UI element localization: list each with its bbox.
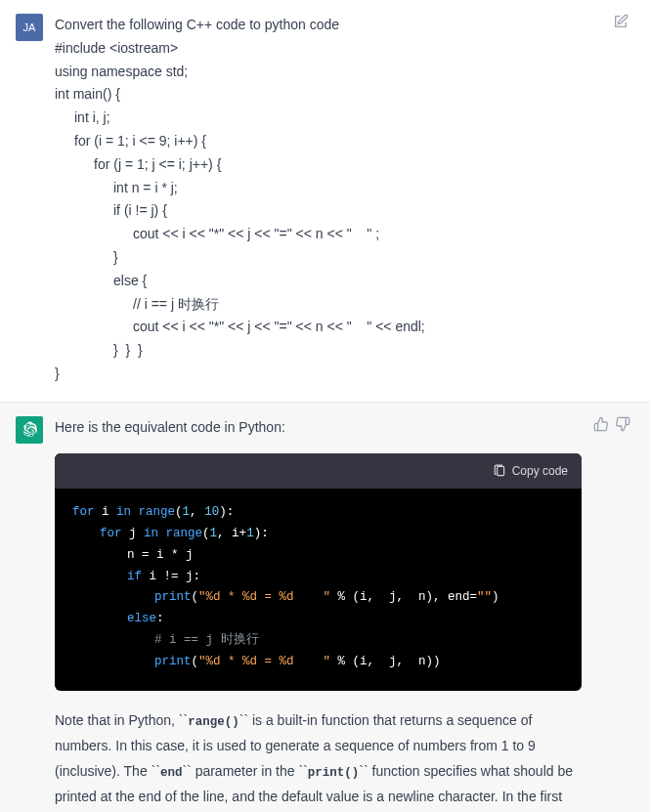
code-content: for i in range(1, 10):for j in range(1, … xyxy=(55,489,582,691)
copy-code-button[interactable]: Copy code xyxy=(493,461,568,481)
code-line: #include <iostream> xyxy=(55,37,630,61)
user-content: Convert the following C++ code to python… xyxy=(55,14,630,386)
code-line: for (j = 1; j <= i; j++) { xyxy=(55,153,630,177)
code-line: } } } xyxy=(55,339,630,363)
user-avatar: JA xyxy=(16,14,43,41)
code-line: } xyxy=(55,363,630,386)
code-block: Copy code for i in range(1, 10):for j in… xyxy=(55,453,582,691)
thumbs-up-icon[interactable] xyxy=(593,416,609,812)
assistant-message: Here is the equivalent code in Python: C… xyxy=(0,403,650,812)
code-line: // i == j 时换行 xyxy=(55,293,630,317)
feedback-actions xyxy=(593,416,630,812)
edit-icon[interactable] xyxy=(613,14,628,37)
code-line: using namespace std; xyxy=(55,61,630,84)
code-line: int i, j; xyxy=(55,107,630,130)
assistant-intro: Here is the equivalent code in Python: xyxy=(55,416,582,440)
code-line: else { xyxy=(55,270,630,293)
code-line: Convert the following C++ code to python… xyxy=(55,14,630,37)
code-line: int main() { xyxy=(55,83,630,107)
copy-code-label: Copy code xyxy=(512,461,568,481)
code-line: cout << i << "*" << j << "=" << n << " "… xyxy=(55,316,630,339)
thumbs-down-icon[interactable] xyxy=(615,416,630,812)
assistant-content: Here is the equivalent code in Python: C… xyxy=(55,416,582,812)
code-line: int n = i * j; xyxy=(55,177,630,200)
code-line: } xyxy=(55,246,630,270)
code-line: cout << i << "*" << j << "=" << n << " "… xyxy=(55,223,630,246)
assistant-note: Note that in Python, ``range()`` is a bu… xyxy=(55,708,582,812)
code-line: for (i = 1; i <= 9; i++) { xyxy=(55,130,630,153)
svg-rect-0 xyxy=(497,466,503,475)
clipboard-icon xyxy=(493,464,506,478)
code-toolbar: Copy code xyxy=(55,453,582,489)
assistant-avatar xyxy=(16,416,43,444)
code-line: if (i != j) { xyxy=(55,199,630,223)
user-message: JA Convert the following C++ code to pyt… xyxy=(0,0,650,403)
